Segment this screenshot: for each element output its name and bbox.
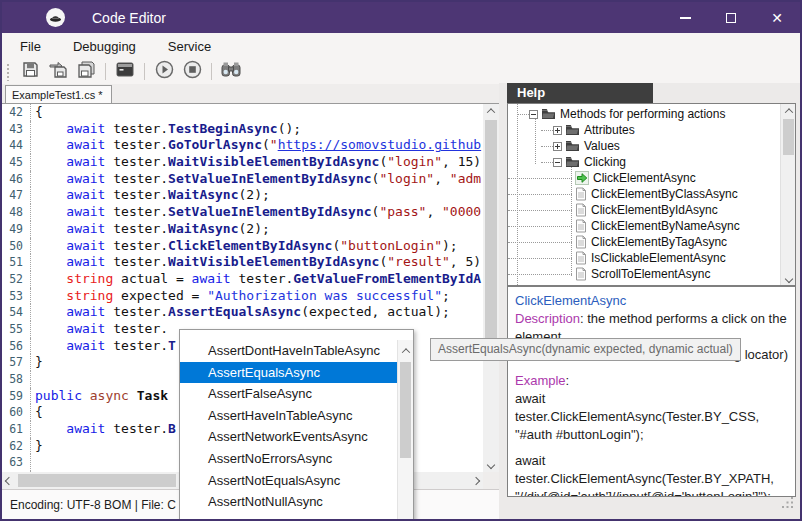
tree-item-label: Attributes: [584, 123, 635, 137]
help-text-line: "#auth #buttonLogin");: [515, 426, 788, 444]
tree-scroll-thumb[interactable]: [783, 119, 794, 155]
code-text: await tester.WaitVisibleElementByIdAsync…: [31, 154, 481, 171]
autocomplete-scroll-up-button[interactable]: [398, 344, 413, 357]
signature-tooltip: AssertEqualsAsync(dynamic expected, dyna…: [430, 338, 741, 361]
autocomplete-item[interactable]: AssertNetworkEventsAsync: [180, 426, 413, 448]
line-number: 60: [2, 404, 31, 421]
chevron-right-icon: [472, 476, 480, 484]
resize-grip[interactable]: [781, 495, 794, 513]
method-name-link[interactable]: ClickElementAsync: [515, 293, 626, 308]
collapse-icon[interactable]: [553, 158, 562, 167]
tree-item-label: ClickElementByNameAsync: [591, 219, 740, 233]
code-line[interactable]: 49 await tester.WaitAsync(2);: [2, 221, 483, 238]
tree-item-clickelementbyidasync[interactable]: ClickElementByIdAsync: [508, 202, 779, 218]
help-panel: Help Methods for performing actionsAttri…: [499, 83, 800, 519]
tree-item-label: Values: [584, 139, 620, 153]
tree-scroll-up-button[interactable]: [781, 104, 796, 117]
stop-button[interactable]: [181, 61, 203, 82]
close-button[interactable]: ✕: [754, 2, 800, 33]
scroll-up-button[interactable]: [483, 104, 499, 118]
autocomplete-item[interactable]: AssertNotEqualsAsync: [180, 470, 413, 492]
code-line[interactable]: 47 await tester.WaitAsync(2);: [2, 187, 483, 204]
autocomplete-item[interactable]: AssertDontHaveInTableAsync: [180, 340, 413, 362]
autocomplete-item[interactable]: AssertEqualsAsync: [180, 362, 413, 384]
scroll-left-button[interactable]: [2, 472, 16, 489]
code-line[interactable]: 53 string expected = "Authorization was …: [2, 288, 483, 305]
tree-item-clickelementasync[interactable]: ClickElementAsync: [508, 170, 779, 186]
tree-item-label: ClickElementByIdAsync: [591, 203, 718, 217]
save-all-button[interactable]: [75, 61, 97, 82]
tree-item-label: Methods for performing actions: [560, 107, 725, 121]
code-text: await tester.B: [31, 421, 176, 438]
autocomplete-item[interactable]: AssertHaveInTableAsync: [180, 405, 413, 427]
autocomplete-item[interactable]: AssertNotNullAsync: [180, 491, 413, 513]
tree-item-values[interactable]: Values: [508, 138, 779, 154]
console-icon: [116, 62, 134, 81]
scroll-right-button[interactable]: [469, 472, 483, 489]
code-line[interactable]: 52 string actual = await tester.GetValue…: [2, 271, 483, 288]
autocomplete-item[interactable]: AssertNoErrorsAsync: [180, 448, 413, 470]
code-line[interactable]: 43 await tester.TestBeginAsync();: [2, 121, 483, 138]
save-button[interactable]: [19, 61, 41, 82]
document-icon: [575, 203, 587, 217]
toolbar-grip[interactable]: [6, 63, 11, 81]
menu-debugging[interactable]: Debugging: [69, 37, 140, 56]
save-copy-button[interactable]: [47, 61, 69, 82]
tree-item-isclickableelementasync[interactable]: IsClickableElementAsync: [508, 250, 779, 266]
tree-connector: [541, 162, 553, 163]
line-number: 42: [2, 104, 31, 121]
minimize-button[interactable]: [662, 2, 708, 33]
tree-item-clicking[interactable]: Clicking: [508, 154, 779, 170]
code-line[interactable]: 46 await tester.SetValueInElementByIdAsy…: [2, 171, 483, 188]
tree-item-clickelementbytagasync[interactable]: ClickElementByTagAsync: [508, 234, 779, 250]
tree-item-clickelementbynameasync[interactable]: ClickElementByNameAsync: [508, 218, 779, 234]
tree-item-label: ClickElementByTagAsync: [591, 235, 727, 249]
tree-item-clickelementbyclassasync[interactable]: ClickElementByClassAsync: [508, 186, 779, 202]
horizontal-scroll-thumb[interactable]: [18, 474, 176, 487]
find-button[interactable]: [220, 61, 242, 82]
code-line[interactable]: 50 await tester.ClickElementByIdAsync("b…: [2, 238, 483, 255]
tree-item-scrolltoelementasync[interactable]: ScrollToElementAsync: [508, 266, 779, 282]
menu-file[interactable]: File: [16, 37, 45, 56]
autocomplete-scrollbar[interactable]: [397, 340, 413, 521]
code-line[interactable]: 44 await tester.GoToUrlAsync("https://so…: [2, 137, 483, 154]
vertical-scroll-thumb[interactable]: [485, 120, 497, 360]
window-title: Code Editor: [92, 10, 166, 26]
code-text: await tester.SetValueInElementByIdAsync(…: [31, 204, 481, 221]
scroll-down-button[interactable]: [483, 458, 499, 472]
console-button[interactable]: [114, 61, 136, 82]
tree-connector: [508, 274, 572, 275]
encoding-status: Encoding: UTF-8 BOM | File: C: [10, 498, 176, 512]
file-tab[interactable]: ExampleTest1.cs *: [5, 85, 112, 103]
tree-item-methods-for-performing-actions[interactable]: Methods for performing actions: [508, 106, 779, 122]
run-button[interactable]: [153, 61, 175, 82]
folder-icon: [565, 140, 580, 152]
autocomplete-item[interactable]: AssertFalseAsync: [180, 383, 413, 405]
autocomplete-item[interactable]: AssertNullAsync: [180, 513, 413, 521]
expand-icon[interactable]: [553, 126, 562, 135]
tree-item-attributes[interactable]: Attributes: [508, 122, 779, 138]
maximize-button[interactable]: [708, 2, 754, 33]
code-text: await tester.T: [31, 338, 176, 355]
collapse-icon[interactable]: [529, 110, 538, 119]
code-line[interactable]: 54 await tester.AssertEqualsAsync(expect…: [2, 304, 483, 321]
line-number: 57: [2, 354, 31, 371]
autocomplete-scroll-thumb[interactable]: [400, 362, 411, 458]
code-line[interactable]: 48 await tester.SetValueInElementByIdAsy…: [2, 204, 483, 221]
expand-icon[interactable]: [553, 142, 562, 151]
hat-icon: [46, 8, 65, 27]
menu-service[interactable]: Service: [164, 37, 215, 56]
code-line[interactable]: 51 await tester.WaitVisibleElementByIdAs…: [2, 254, 483, 271]
code-text: await tester.AssertEqualsAsync(expected,…: [31, 304, 450, 321]
editor-vertical-scrollbar[interactable]: [483, 104, 499, 472]
line-number: 51: [2, 254, 31, 271]
help-tab[interactable]: Help: [507, 83, 653, 103]
tree-scroll-down-button[interactable]: [781, 272, 796, 285]
help-text: await tester.ClickElementAsync(Tester.BY…: [515, 453, 774, 486]
code-line[interactable]: 45 await tester.WaitVisibleElementByIdAs…: [2, 154, 483, 171]
document-icon: [575, 267, 587, 281]
window-controls: ✕: [662, 2, 800, 33]
tree-scrollbar[interactable]: [780, 104, 795, 285]
code-line[interactable]: 42{: [2, 104, 483, 121]
tree-connector: [508, 210, 572, 211]
